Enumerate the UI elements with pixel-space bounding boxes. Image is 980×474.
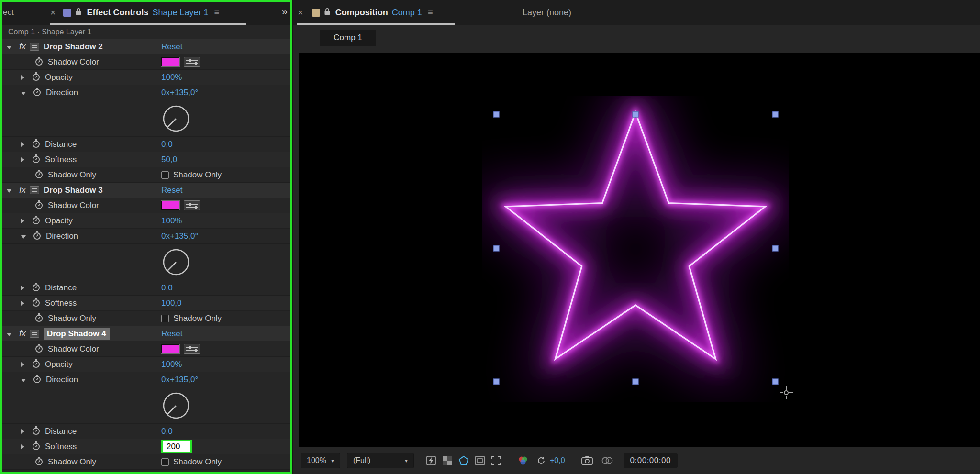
lock-icon[interactable] [324,8,331,18]
stopwatch-icon[interactable] [33,299,40,307]
shadow-color-swatch[interactable] [161,201,179,210]
composition-comp-name[interactable]: Comp 1 [392,8,422,18]
direction-value[interactable]: 0x+135,0° [161,88,198,98]
twirl-closed-icon[interactable] [21,286,24,290]
timecode-display[interactable]: 0:00:00:00 [624,453,678,468]
resolution-dropdown[interactable]: (Full) ▾ [347,453,414,468]
stopwatch-icon[interactable] [33,428,40,435]
stopwatch-icon[interactable] [33,284,40,291]
panel-menu-icon[interactable]: ≡ [428,7,433,18]
reset-link[interactable]: Reset [161,186,182,195]
color-sliders-icon[interactable] [184,57,200,67]
stopwatch-icon[interactable] [33,232,41,240]
stopwatch-icon[interactable] [35,202,43,209]
selection-handle[interactable] [772,379,779,385]
show-snapshot-icon[interactable] [601,454,614,467]
composition-tab-title[interactable]: Composition [335,8,388,18]
direction-value[interactable]: 0x+135,0° [161,231,198,241]
project-tab-partial[interactable]: ect [3,8,14,17]
fast-previews-icon[interactable] [424,454,438,467]
twirl-closed-icon[interactable] [21,142,24,147]
distance-value[interactable]: 0,0 [161,140,173,149]
opacity-value[interactable]: 100% [161,73,182,82]
selection-handle[interactable] [772,245,779,252]
stopwatch-icon[interactable] [33,156,40,163]
twirl-closed-icon[interactable] [21,75,24,80]
twirl-open-icon[interactable] [21,235,26,239]
twirl-closed-icon[interactable] [21,362,24,367]
twirl-closed-icon[interactable] [21,219,24,223]
direction-dial[interactable] [162,391,190,422]
effect-header[interactable]: fx Drop Shadow 2 Reset [0,39,292,55]
twirl-open-icon[interactable] [21,92,26,95]
selection-handle[interactable] [633,111,639,118]
opacity-value[interactable]: 100% [161,216,182,226]
mask-visibility-icon[interactable] [457,454,470,467]
stopwatch-icon[interactable] [33,141,40,148]
distance-value[interactable]: 0,0 [161,283,173,293]
selection-handle[interactable] [493,379,500,385]
direction-dial[interactable] [162,104,190,135]
panel-color-swatch[interactable] [63,9,71,17]
effect-header[interactable]: fx Drop Shadow 4 Reset [0,326,292,342]
direction-value[interactable]: 0x+135,0° [161,375,198,385]
reset-link[interactable]: Reset [161,42,182,52]
twirl-open-icon[interactable] [21,379,26,382]
effect-name[interactable]: Drop Shadow 3 [44,186,103,195]
shadow-only-checkbox[interactable] [161,458,169,466]
lock-icon[interactable] [75,8,82,18]
close-tab-icon[interactable]: × [293,7,308,18]
distance-value[interactable]: 0,0 [161,427,173,436]
shadow-color-swatch[interactable] [161,57,179,66]
panel-menu-icon[interactable]: ≡ [214,7,219,18]
color-sliders-icon[interactable] [184,344,200,354]
stopwatch-icon[interactable] [35,315,43,322]
effect-name[interactable]: Drop Shadow 2 [44,42,103,52]
effect-controls-layer-name[interactable]: Shape Layer 1 [152,8,208,18]
guide-options-icon[interactable] [473,454,487,467]
opacity-value[interactable]: 100% [161,360,182,369]
color-sliders-icon[interactable] [184,200,200,210]
softness-value[interactable]: 100,0 [161,298,182,308]
selection-handle[interactable] [493,111,500,118]
stopwatch-icon[interactable] [35,58,43,66]
stopwatch-icon[interactable] [33,361,40,368]
twirl-closed-icon[interactable] [21,301,24,306]
selection-handle[interactable] [633,379,639,385]
composition-viewport[interactable] [299,53,980,447]
stopwatch-icon[interactable] [35,345,43,353]
twirl-open-icon[interactable] [7,333,11,336]
zoom-dropdown[interactable]: 100% ▾ [301,453,340,468]
stopwatch-icon[interactable] [33,376,41,383]
panel-color-swatch[interactable] [312,9,320,17]
twirl-closed-icon[interactable] [21,157,24,162]
channel-settings-icon[interactable] [516,454,530,467]
exposure-control[interactable]: +0,0 [536,456,565,465]
direction-dial[interactable] [162,247,190,279]
twirl-open-icon[interactable] [7,189,11,193]
effect-controls-tab-title[interactable]: Effect Controls [87,8,148,18]
twirl-open-icon[interactable] [7,46,11,49]
twirl-closed-icon[interactable] [21,444,24,449]
shadow-only-checkbox[interactable] [161,171,169,179]
tab-layer-none[interactable]: Layer (none) [523,8,571,18]
reset-link[interactable]: Reset [161,329,182,339]
softness-input[interactable] [161,440,192,453]
selection-handle[interactable] [772,111,779,118]
stopwatch-icon[interactable] [35,171,43,178]
stopwatch-icon[interactable] [33,443,40,450]
panel-overflow-icon[interactable]: » [282,6,288,18]
snapshot-camera-icon[interactable] [580,454,594,467]
effect-name-selected[interactable]: Drop Shadow 4 [44,328,110,340]
twirl-closed-icon[interactable] [21,429,24,434]
stopwatch-icon[interactable] [33,89,41,96]
region-of-interest-icon[interactable] [490,454,503,467]
stopwatch-icon[interactable] [33,217,40,224]
stopwatch-icon[interactable] [35,458,43,465]
selection-handle[interactable] [493,245,500,252]
exposure-value[interactable]: +0,0 [550,456,565,465]
effect-header[interactable]: fx Drop Shadow 3 Reset [0,183,292,198]
shadow-color-swatch[interactable] [161,344,179,353]
comp-flowchart-tab[interactable]: Comp 1 [320,30,376,46]
close-tab-icon[interactable]: × [46,7,60,18]
